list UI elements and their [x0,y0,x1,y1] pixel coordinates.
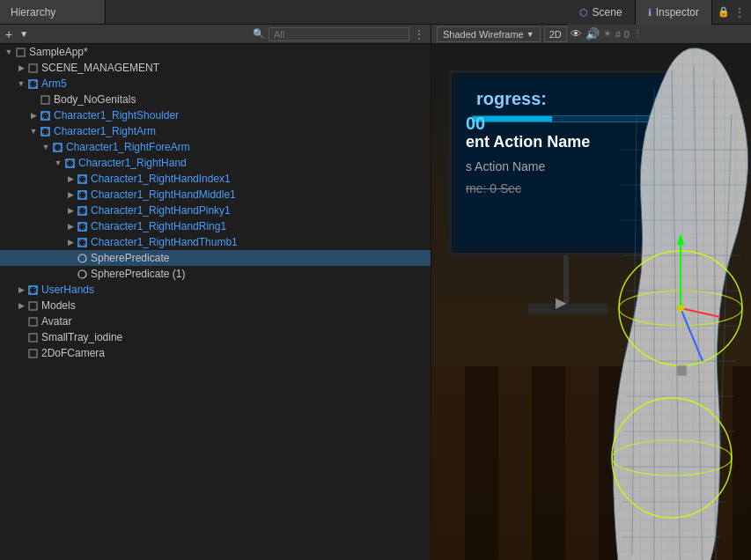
tree-item-icon [76,252,88,264]
eye-icon[interactable]: 👁 [571,27,582,41]
tree-item-name: SmallTray_iodine [41,331,122,343]
scene-layers-icon[interactable]: 0 [624,29,630,40]
hierarchy-toolbar: + ▼ 🔍 ⋮ [0,25,431,43]
shading-label: Shaded Wireframe [443,29,524,40]
tree-item-icon [76,236,88,248]
tree-item-name: Character1_RightHand [78,157,187,169]
tree-arrow: ▶ [65,238,76,247]
tree-item-name: Character1_RightHandPinky1 [91,204,231,217]
tree-item-name: SampleApp* [29,46,88,58]
tree-item-arm5[interactable]: ▼Arm5 [0,76,431,92]
tree-item-name: Character1_RightHandThumb1 [91,236,238,248]
tree-item-icon [76,173,88,185]
search-icon: 🔍 [253,28,265,40]
scene-panel: rogress: 00 ent Action Name s Action Nam… [431,44,751,560]
tree-item-icon [26,331,39,343]
secondary-toolbar: + ▼ 🔍 ⋮ Shaded Wireframe ▼ 2D 👁 🔊 ☀ # 0 … [0,25,751,44]
svg-rect-7 [41,96,49,104]
tree-arrow: ▼ [28,127,39,136]
hand-model [566,44,751,560]
tree-item-sphere-predicate-1[interactable]: SpherePredicate (1) [0,266,431,282]
right-tabs: Scene Inspector [567,0,712,24]
2d-label: 2D [549,29,562,40]
tree-arrow: ▶ [65,190,76,199]
tree-item-char1-right-hand-pinky1[interactable]: ▶Character1_RightHandPinky1 [0,203,431,218]
hierarchy-tab[interactable]: Hierarchy [0,0,106,24]
monitor-progress-label: rogress: [476,89,547,109]
scene-grid-icon[interactable]: # [615,29,621,40]
tree-arrow: ▶ [16,285,26,294]
tree-item-name: Arm5 [41,77,67,90]
scene-more-icon[interactable]: ⋮ [633,28,643,40]
scene-viewport[interactable]: rogress: 00 ent Action Name s Action Nam… [431,44,751,560]
tree-item-char1-right-hand-ring1[interactable]: ▶Character1_RightHandRing1 [0,218,431,234]
more-options-icon[interactable]: ⋮ [733,5,746,19]
tree-item-icon [76,268,88,280]
top-tab-bar: Hierarchy Scene Inspector 🔒 ⋮ [0,0,751,25]
tree-item-icon [26,299,39,312]
scene-tab[interactable]: Scene [567,0,636,25]
monitor-action-sub: s Action Name [466,159,545,173]
scene-tab-label: Scene [593,6,622,18]
tree-item-name: Character1_RightShoulder [54,109,179,122]
shading-dropdown-icon: ▼ [526,30,534,39]
hierarchy-dropdown-icon[interactable]: ▼ [19,29,28,39]
tree-item-name: Character1_RightForeArm [66,141,190,153]
tree-item-icon [14,46,26,58]
svg-rect-1 [29,64,37,72]
hierarchy-more-icon[interactable]: ⋮ [413,27,425,41]
tree-item-icon [26,315,39,328]
shading-dropdown[interactable]: Shaded Wireframe ▼ [437,26,541,42]
monitor-bar-value: 00 [466,114,485,134]
tree-item-icon [39,125,51,137]
tree-item-char1-right-arm[interactable]: ▼Character1_RightArm [0,123,431,139]
inspector-tab[interactable]: Inspector [636,0,712,25]
tree-item-small-tray[interactable]: SmallTray_iodine [0,329,431,345]
tree-item-user-hands[interactable]: ▶UserHands [0,282,431,298]
scene-toolbar: Shaded Wireframe ▼ 2D 👁 🔊 ☀ # 0 ⋮ [431,25,751,43]
hierarchy-search-input[interactable] [269,27,409,41]
svg-rect-60 [29,302,37,310]
tree-arrow: ▼ [16,79,26,88]
tree-item-char1-right-hand-index1[interactable]: ▶Character1_RightHandIndex1 [0,171,431,187]
tree-item-sample-app[interactable]: ▼SampleApp* [0,44,431,60]
monitor-time-label: me: 0 Sec [466,181,521,195]
tree-item-models[interactable]: ▶Models [0,298,431,313]
tree-item-body-no-genitals[interactable]: Body_NoGenitals [0,92,431,107]
tree-item-name: Character1_RightArm [54,125,156,137]
tree-arrow: ▶ [28,111,39,120]
tree-item-name: Avatar [41,315,71,328]
tree-item-scene-mgmt[interactable]: ▶SCENE_MANAGEMENT [0,60,431,76]
tree-item-avatar[interactable]: Avatar [0,313,431,329]
speaker-icon[interactable]: 🔊 [585,27,600,41]
tree-item-name: SpherePredicate [91,252,169,264]
tree-item-char1-right-hand-middle1[interactable]: ▶Character1_RightHandMiddle1 [0,187,431,203]
tree-item-char1-right-hand[interactable]: ▼Character1_RightHand [0,155,431,171]
svg-rect-63 [29,350,37,357]
hierarchy-add-icon[interactable]: + [5,27,12,41]
tree-arrow: ▶ [16,301,26,310]
lock-icon[interactable]: 🔒 [718,6,730,18]
2d-view-button[interactable]: 2D [544,26,567,42]
scene-effects-icon[interactable]: ☀ [603,28,612,40]
tree-arrow: ▶ [65,174,76,183]
svg-rect-91 [676,365,687,376]
tree-arrow: ▼ [4,48,14,56]
tree-item-icon [39,93,51,106]
svg-point-90 [677,305,684,312]
tree-item-char1-right-hand-thumb1[interactable]: ▶Character1_RightHandThumb1 [0,234,431,250]
svg-point-53 [78,254,86,262]
tree-item-icon [26,284,39,296]
tree-item-name: Models [41,299,76,312]
scene-right-arrow[interactable]: ▶ [556,294,566,311]
tree-item-sphere-predicate[interactable]: SpherePredicate [0,250,431,266]
tree-item-char1-right-forearm[interactable]: ▼Character1_RightForeArm [0,139,431,155]
tree-arrow: ▶ [16,63,26,72]
tree-item-icon [26,77,39,90]
svg-rect-61 [29,318,37,326]
tree-item-2dof-camera[interactable]: 2DoFCamera [0,345,431,361]
tree-arrow: ▼ [40,143,51,151]
main-area: ▼SampleApp*▶SCENE_MANAGEMENT▼Arm5Body_No… [0,44,751,560]
tree-item-char1-right-shoulder[interactable]: ▶Character1_RightShoulder [0,107,431,123]
tree-item-name: Character1_RightHandRing1 [91,220,226,232]
